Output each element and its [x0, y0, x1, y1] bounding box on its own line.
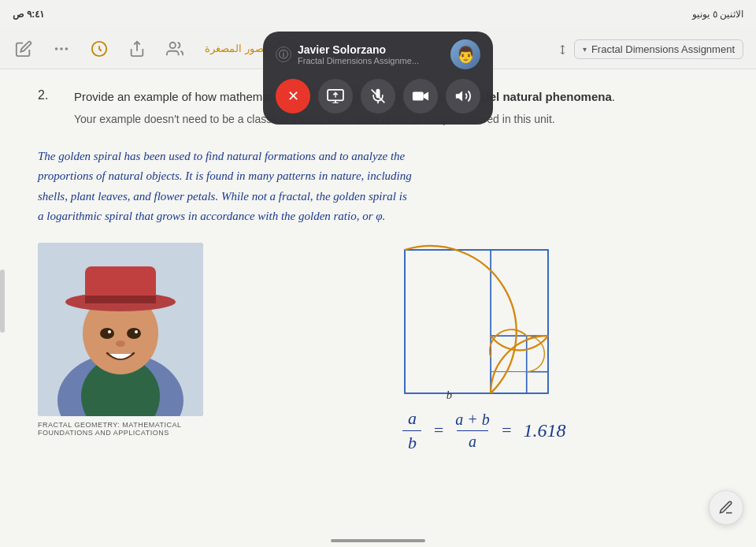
doc-chevron-icon: ▾: [583, 45, 587, 54]
fraction-line-2: [457, 430, 488, 432]
svg-rect-18: [85, 296, 156, 303]
facetime-subtitle: Fractal Dimensions Assignme...: [298, 56, 419, 65]
audio-button[interactable]: [446, 79, 480, 113]
svg-point-0: [55, 47, 58, 50]
svg-rect-26: [491, 250, 548, 336]
doc-title-badge[interactable]: ▾ Fractal Dimensions Assignment: [574, 39, 743, 59]
facetime-info: ⓘ Javier Solorzano Fractal Dimensions As…: [276, 43, 419, 65]
scroll-indicator[interactable]: [0, 270, 5, 333]
share-icon[interactable]: [126, 38, 148, 60]
handwritten-answer: The golden spiral has been used to find …: [38, 147, 718, 227]
status-date: الاثنين ٥ يونيو: [692, 9, 743, 20]
fraction-ab: a b: [402, 408, 421, 454]
facetime-controls: ✕: [276, 79, 480, 113]
svg-rect-9: [413, 92, 424, 101]
equals-1: =: [432, 420, 444, 441]
svg-point-20: [127, 328, 141, 339]
facetime-avatar: 👨: [450, 39, 480, 69]
share-screen-button[interactable]: [318, 79, 353, 113]
more-icon[interactable]: [50, 38, 72, 60]
svg-marker-10: [456, 91, 462, 102]
svg-text:b: b: [447, 389, 452, 400]
main-content: 2. Provide an example of how mathematics…: [0, 69, 756, 547]
status-bar: ٩:٤١ ص الاثنين ٥ يونيو: [0, 0, 756, 28]
home-indicator: [331, 539, 425, 542]
svg-point-2: [65, 47, 69, 50]
photo-container: FRACTAL GEOMETRY: MATHEMATICAL FOUNDATIO…: [38, 243, 203, 437]
svg-point-22: [135, 330, 138, 333]
facetime-overlay: ⓘ Javier Solorzano Fractal Dimensions As…: [263, 32, 493, 125]
golden-ratio-value: 1.618: [524, 420, 566, 441]
equals-2: =: [501, 420, 513, 441]
people-icon[interactable]: [164, 38, 186, 60]
photo-caption: FRACTAL GEOMETRY: MATHEMATICAL FOUNDATIO…: [38, 421, 203, 437]
svg-rect-25: [405, 250, 491, 393]
doc-header-right: ⤡ ▾ Fractal Dimensions Assignment: [558, 28, 743, 69]
floating-action-button[interactable]: [709, 490, 743, 525]
content-bottom: FRACTAL GEOMETRY: MATHEMATICAL FOUNDATIO…: [38, 243, 718, 454]
toolbar-icons: إظهار الصور المصغرة: [13, 38, 296, 60]
edit-icon[interactable]: [13, 38, 35, 60]
svg-point-23: [116, 340, 125, 347]
facetime-header: ⓘ Javier Solorzano Fractal Dimensions As…: [276, 39, 480, 69]
mute-button[interactable]: [361, 79, 395, 113]
diagram-area: b a b = a + b a = 1.618: [235, 243, 718, 454]
svg-point-1: [60, 47, 63, 50]
svg-point-19: [100, 328, 114, 339]
question-number: 2.: [38, 88, 61, 128]
pen-icon[interactable]: [88, 38, 110, 60]
facetime-name-block: Javier Solorzano Fractal Dimensions Assi…: [298, 43, 419, 65]
fraction-aplusb: a + b a: [455, 411, 490, 452]
facetime-caller-name: Javier Solorzano: [298, 43, 419, 56]
video-button[interactable]: [403, 79, 438, 113]
svg-rect-27: [491, 336, 526, 393]
end-call-button[interactable]: ✕: [276, 79, 310, 113]
status-time: ٩:٤١ ص: [13, 9, 44, 20]
fibonacci-svg: b: [398, 243, 555, 400]
golden-ratio-equation: a b = a + b a = 1.618: [402, 408, 565, 454]
facetime-info-icon[interactable]: ⓘ: [276, 47, 291, 62]
student-photo: [38, 243, 203, 416]
doc-title: Fractal Dimensions Assignment: [591, 43, 735, 55]
svg-rect-29: [527, 371, 548, 393]
svg-rect-30: [491, 371, 526, 393]
svg-point-5: [170, 42, 176, 47]
svg-point-21: [108, 330, 111, 333]
question-end: .: [612, 90, 615, 103]
fraction-line: [402, 430, 421, 432]
handwritten-text: The golden spiral has been used to find …: [38, 150, 412, 223]
